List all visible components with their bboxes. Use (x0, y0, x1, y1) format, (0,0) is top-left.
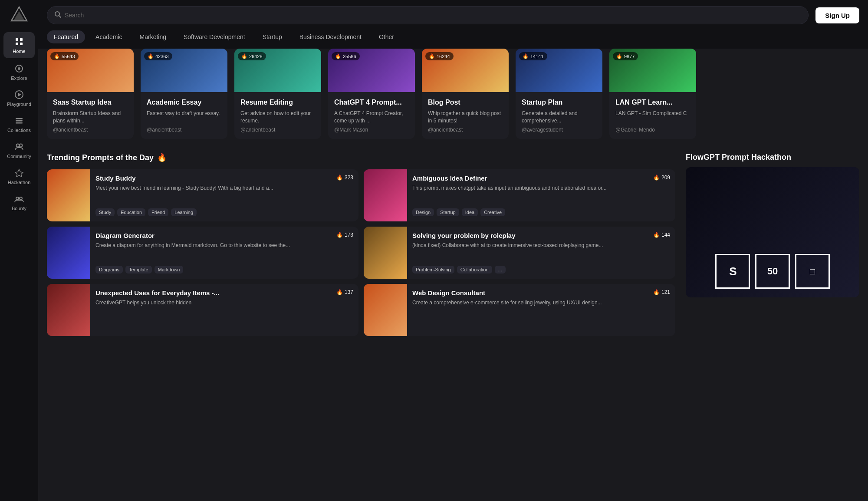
tab-academic[interactable]: Academic (89, 30, 129, 43)
tag: Problem-Solving (412, 266, 454, 274)
trending-card-title: Diagram Generator (95, 232, 353, 239)
tag: Markdown (155, 266, 184, 274)
fire-icon: 🔥 (653, 175, 660, 181)
tag: Education (117, 208, 145, 216)
fire-icon: 🔥 (336, 175, 343, 181)
sidebar-item-hackathon[interactable]: Hackathon (0, 163, 38, 189)
trending-card[interactable]: Ambiguous Idea Definer This prompt makes… (364, 169, 675, 221)
logo[interactable] (10, 5, 29, 24)
card-author: @averagestudent (522, 127, 596, 133)
tab-software[interactable]: Software Development (177, 30, 252, 43)
trending-card[interactable]: Web Design Consultant Create a comprehen… (364, 284, 675, 336)
fire-icon: 🔥 (335, 53, 341, 59)
fire-icon: 🔥 (523, 53, 529, 59)
featured-card[interactable]: 🔥 25586 ChatGPT 4 Prompt... A ChatGPT 4 … (328, 49, 415, 139)
tag: Learning (171, 208, 197, 216)
svg-point-13 (16, 144, 20, 147)
fire-icon: 🔥 (336, 289, 343, 295)
trending-row: Unexpected Uses for Everyday Items -... … (47, 284, 675, 336)
trending-card[interactable]: Diagram Generator Create a diagram for a… (47, 227, 358, 279)
tag: Diagrams (95, 266, 123, 274)
card-likes: 🔥 55643 (50, 52, 79, 60)
card-title: Resume Editing (240, 98, 315, 107)
card-title: Saas Startup Idea (53, 98, 128, 107)
sidebar-collections-label: Collections (7, 128, 31, 133)
fire-icon: 🔥 (148, 53, 154, 59)
trending-card-title: Solving your problem by roleplay (412, 232, 670, 239)
tag: ... (495, 266, 506, 274)
explore-icon (14, 63, 24, 74)
home-icon (14, 36, 24, 47)
card-title: Startup Plan (522, 98, 596, 107)
sidebar-item-collections[interactable]: Collections (0, 111, 38, 137)
main-content: Sign Up FeaturedAcademicMarketingSoftwar… (38, 0, 868, 501)
card-author: @Gabriel Mendo (615, 127, 690, 133)
sidebar-playground-label: Playground (7, 102, 31, 107)
sidebar-item-explore[interactable]: Explore (0, 59, 38, 85)
trending-card-title: Unexpected Uses for Everyday Items -... (95, 289, 353, 297)
sidebar-bounty-label: Bounty (12, 206, 26, 211)
sidebar-item-playground[interactable]: Playground (0, 85, 38, 111)
svg-point-15 (16, 197, 19, 200)
tab-featured[interactable]: Featured (47, 30, 85, 43)
svg-rect-5 (20, 43, 23, 45)
trending-card-desc: (kinda fixed) Collaborate with ai to cre… (412, 242, 670, 249)
search-input[interactable] (65, 12, 801, 19)
card-title: Blog Post (428, 98, 503, 107)
card-desc: Get advice on how to edit your resume. (240, 110, 315, 125)
playground-icon (14, 89, 24, 100)
svg-rect-4 (16, 43, 18, 45)
trending-title-text: Trending Prompts of the Day (47, 153, 154, 162)
svg-point-16 (20, 197, 22, 200)
featured-card[interactable]: 🔥 9877 LAN GPT Learn... LAN GPT - Sim Co… (609, 49, 696, 139)
featured-cards-container: 🔥 55643 Saas Startup Idea Brainstorm Sta… (47, 49, 859, 142)
featured-card[interactable]: 🔥 42363 Academic Essay Fastest way to dr… (141, 49, 227, 139)
trending-card[interactable]: Unexpected Uses for Everyday Items -... … (47, 284, 358, 336)
featured-card[interactable]: 🔥 55643 Saas Startup Idea Brainstorm Sta… (47, 49, 134, 139)
trending-card[interactable]: Study Buddy Meet your new best friend in… (47, 169, 358, 221)
signup-button[interactable]: Sign Up (815, 7, 859, 23)
trending-card-desc: Meet your new best friend in learning - … (95, 185, 353, 192)
card-likes: 🔥 26428 (238, 52, 266, 60)
sidebar-item-bounty[interactable]: Bounty (0, 189, 38, 215)
trending-card-likes: 🔥 144 (653, 232, 670, 238)
tab-startup[interactable]: Startup (256, 30, 289, 43)
hackathon-box[interactable]: S 50 □ (686, 167, 859, 297)
sidebar-item-community[interactable]: Community (0, 137, 38, 163)
trending-card[interactable]: Solving your problem by roleplay (kinda … (364, 227, 675, 279)
tab-marketing[interactable]: Marketing (133, 30, 173, 43)
hackathon-logo-1: S (715, 254, 750, 289)
bounty-icon (14, 194, 24, 204)
featured-card[interactable]: 🔥 26428 Resume Editing Get advice on how… (234, 49, 321, 139)
fire-icon: 🔥 (336, 232, 343, 238)
tag: Startup (437, 208, 459, 216)
card-title: ChatGPT 4 Prompt... (334, 98, 409, 107)
trending-emoji: 🔥 (157, 153, 167, 162)
search-icon (54, 11, 61, 20)
svg-rect-12 (16, 122, 23, 124)
tag: Template (125, 266, 152, 274)
svg-rect-3 (20, 38, 23, 41)
featured-card[interactable]: 🔥 16244 Blog Post Whip together a quick … (422, 49, 509, 139)
hackathon-title: FlowGPT Prompt Hackathon (686, 153, 859, 162)
sidebar-explore-label: Explore (11, 76, 27, 81)
card-title: Academic Essay (147, 98, 221, 107)
tab-other[interactable]: Other (372, 30, 401, 43)
tag: Creative (480, 208, 505, 216)
hackathon-section: FlowGPT Prompt Hackathon S 50 □ (686, 153, 859, 297)
fire-icon: 🔥 (653, 289, 660, 295)
card-author: @ancientbeast (240, 127, 315, 133)
card-likes: 🔥 14141 (519, 52, 547, 60)
tabs-bar: FeaturedAcademicMarketingSoftware Develo… (38, 30, 868, 49)
featured-card[interactable]: 🔥 14141 Startup Plan Generate a detailed… (516, 49, 602, 139)
community-icon (14, 142, 24, 152)
tab-business[interactable]: Business Development (293, 30, 368, 43)
fire-icon: 🔥 (241, 53, 247, 59)
tag: Collaboration (457, 266, 492, 274)
card-title: LAN GPT Learn... (615, 98, 690, 107)
search-bar[interactable] (47, 6, 809, 24)
sidebar-item-home[interactable]: Home (3, 32, 35, 58)
card-desc: Brainstorm Startup Ideas and plans withi… (53, 110, 128, 125)
fire-icon: 🔥 (653, 232, 660, 238)
trending-card-likes: 🔥 121 (653, 289, 670, 295)
